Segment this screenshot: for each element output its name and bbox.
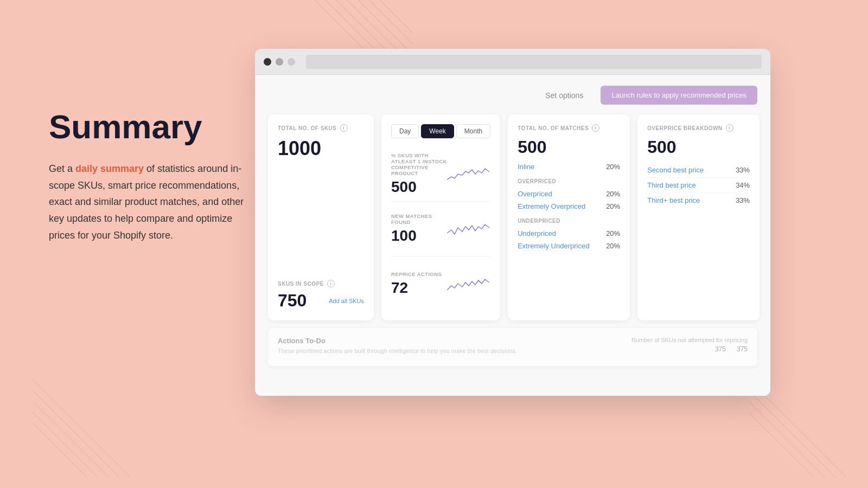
overpriced-pct: 20% — [606, 190, 620, 198]
matches-info-icon[interactable]: i — [592, 124, 599, 132]
tab-week[interactable]: Week — [421, 124, 454, 138]
third-plus-best-row: Third+ best price 33% — [647, 193, 750, 208]
underpriced-link[interactable]: Underpriced — [518, 229, 556, 237]
stat-matches-label: NEW MATCHES FOUND — [391, 213, 447, 225]
actions-left: Actions To-Do These prioritised actions … — [278, 337, 517, 355]
stat-matches-value: 100 — [391, 227, 447, 245]
stat-row-skus: % SKUS WITH ATLEAST 1 INSTOCK COMPETITIV… — [391, 147, 490, 202]
page-description: Get a daily summary of statistics around… — [49, 160, 255, 243]
actions-description: These prioritised actions are built thro… — [278, 347, 517, 355]
underpriced-section-label: UNDERPRICED — [518, 218, 620, 224]
overpriced-row: Overpriced 20% — [518, 188, 620, 200]
sku-in-scope-section: SKUS IN SCOPE i 750 Add all SKUs — [278, 280, 364, 311]
stat-skus-value: 500 — [391, 178, 447, 196]
total-sku-value: 1000 — [278, 137, 364, 160]
left-panel: Summary Get a daily summary of statistic… — [49, 108, 255, 243]
mini-chart-reprice — [447, 273, 490, 294]
third-plus-best-link[interactable]: Third+ best price — [647, 196, 700, 204]
mini-chart-matches — [447, 218, 490, 240]
overpriced-section-label: OVERPRICED — [518, 178, 620, 184]
sku-scope-row: 750 Add all SKUs — [278, 291, 364, 311]
stat-row-reprice: REPRICE ACTIONS 72 — [391, 256, 490, 311]
matches-total-value: 500 — [518, 137, 620, 157]
actions-count-2: 375 — [737, 345, 748, 353]
browser-dot-maximize[interactable] — [288, 58, 295, 66]
overpriced-link[interactable]: Overpriced — [518, 190, 552, 198]
svg-line-10 — [33, 412, 98, 477]
total-sku-label: TOTAL NO. OF SKUS i — [278, 124, 364, 132]
extremely-underpriced-pct: 20% — [606, 242, 620, 250]
extremely-overpriced-link[interactable]: Extremely Overpriced — [518, 202, 585, 210]
add-all-skus-link[interactable]: Add all SKUs — [329, 298, 364, 304]
matches-card: TOTAL NO. OF MATCHES i 500 Inline 20% OV… — [508, 114, 630, 320]
stat-reprice-left: REPRICE ACTIONS 72 — [391, 271, 447, 297]
tab-month[interactable]: Month — [456, 124, 490, 138]
stat-row-matches: NEW MATCHES FOUND 100 — [391, 202, 490, 256]
third-plus-best-pct: 33% — [736, 196, 750, 204]
actions-count-1: 375 — [715, 345, 726, 353]
underpriced-pct: 20% — [606, 229, 620, 237]
matches-inline-row: Inline 20% — [518, 160, 620, 173]
second-best-row: Second best price 33% — [647, 163, 750, 178]
stat-reprice-value: 72 — [391, 279, 447, 297]
sku-scope-label: SKUS IN SCOPE i — [278, 280, 364, 287]
actions-title: Actions To-Do — [278, 337, 517, 345]
time-tabs: Day Week Month — [391, 124, 490, 138]
mini-chart-skus — [447, 163, 490, 185]
svg-line-11 — [33, 423, 87, 477]
top-bar: Set options Launch rules to apply recomm… — [268, 86, 757, 105]
set-options-button[interactable]: Set options — [537, 87, 592, 104]
stat-reprice-label: REPRICE ACTIONS — [391, 271, 447, 277]
scope-info-icon[interactable]: i — [327, 280, 335, 287]
extremely-overpriced-row: Extremely Overpriced 20% — [518, 200, 620, 213]
svg-line-8 — [33, 390, 119, 477]
svg-line-15 — [749, 412, 814, 477]
stat-matches-left: NEW MATCHES FOUND 100 — [391, 213, 447, 245]
svg-line-5 — [369, 0, 412, 43]
inline-pct: 20% — [606, 163, 620, 171]
sku-scope-value: 750 — [278, 291, 307, 311]
page-heading: Summary — [49, 108, 255, 145]
highlight-text: daily summary — [75, 163, 144, 174]
extremely-underpriced-row: Extremely Underpriced 20% — [518, 240, 620, 252]
actions-area: Actions To-Do These prioritised actions … — [268, 328, 757, 366]
second-best-link[interactable]: Second best price — [647, 166, 704, 174]
description-before: Get a — [49, 163, 75, 174]
third-best-link[interactable]: Third best price — [647, 181, 696, 189]
stats-card: Day Week Month % SKUS WITH ATLEAST 1 INS… — [381, 114, 500, 320]
actions-meta: Number of SKUs not attempted for reprici… — [631, 337, 748, 343]
browser-chrome — [255, 49, 770, 75]
overprice-total-value: 500 — [647, 137, 750, 157]
overprice-info-icon[interactable]: i — [726, 124, 733, 132]
actions-right: Number of SKUs not attempted for reprici… — [631, 337, 748, 353]
matches-title-label: TOTAL NO. OF MATCHES i — [518, 124, 620, 132]
stat-skus-left: % SKUS WITH ATLEAST 1 INSTOCK COMPETITIV… — [391, 152, 447, 196]
underpriced-row: Underpriced 20% — [518, 227, 620, 240]
browser-url-bar[interactable] — [306, 55, 762, 69]
cards-grid: TOTAL NO. OF SKUS i 1000 SKUS IN SCOPE i… — [268, 114, 757, 320]
browser-dot-minimize[interactable] — [276, 58, 283, 66]
sku-card: TOTAL NO. OF SKUS i 1000 SKUS IN SCOPE i… — [268, 114, 374, 320]
description-after: of statistics around in-scope SKUs, smar… — [49, 163, 244, 240]
browser-window: Set options Launch rules to apply recomm… — [255, 49, 770, 396]
svg-line-6 — [380, 0, 412, 33]
extremely-underpriced-link[interactable]: Extremely Underpriced — [518, 242, 589, 250]
svg-line-14 — [749, 401, 825, 477]
svg-line-9 — [33, 401, 108, 477]
inline-link[interactable]: Inline — [518, 163, 534, 171]
launch-rules-button[interactable]: Launch rules to apply recommended prices — [601, 86, 757, 105]
stat-skus-label: % SKUS WITH ATLEAST 1 INSTOCK COMPETITIV… — [391, 152, 447, 176]
total-sku-info-icon[interactable]: i — [340, 124, 348, 132]
svg-line-13 — [749, 390, 835, 477]
actions-row: Actions To-Do These prioritised actions … — [278, 337, 748, 355]
third-best-row: Third best price 34% — [647, 178, 750, 193]
overprice-title-label: OVERPRICE BREAKDOWN i — [647, 124, 750, 132]
svg-line-4 — [358, 0, 412, 54]
browser-content: Set options Launch rules to apply recomm… — [255, 75, 770, 396]
third-best-pct: 34% — [736, 181, 750, 189]
tab-day[interactable]: Day — [391, 124, 419, 138]
overprice-card: OVERPRICE BREAKDOWN i 500 Second best pr… — [637, 114, 760, 320]
extremely-overpriced-pct: 20% — [606, 202, 620, 210]
browser-dot-close[interactable] — [264, 58, 271, 66]
second-best-pct: 33% — [736, 166, 750, 174]
